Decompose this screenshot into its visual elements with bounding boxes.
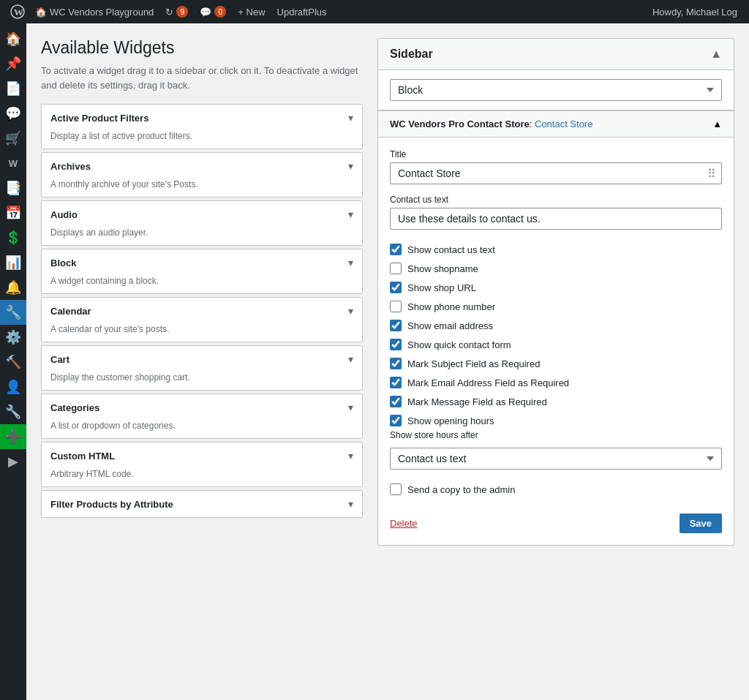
updates-icon: ↻ — [165, 7, 173, 18]
nav-plus[interactable]: ➕ — [0, 424, 26, 449]
nav-dashboard[interactable]: 🏠 — [0, 26, 26, 51]
widget-item-header[interactable]: Cart ▾ — [42, 346, 362, 372]
widget-item-header[interactable]: Calendar ▾ — [42, 298, 362, 324]
checkbox-list: Show contact us text Show shopname Show … — [390, 240, 722, 430]
checkbox-show-opening-hours[interactable] — [390, 415, 402, 426]
admin-bar-updates[interactable]: ↻ 9 — [159, 0, 194, 23]
send-copy-label[interactable]: Send a copy to the admin — [407, 484, 515, 495]
widget-item-header[interactable]: Active Product Filters ▾ — [42, 105, 362, 131]
widget-desc: A calendar of your site's posts. — [42, 324, 362, 342]
store-hours-select[interactable]: Contact us text Title Shop URL Phone num… — [390, 448, 722, 470]
widget-item-header[interactable]: Audio ▾ — [42, 201, 362, 227]
plugin-name: WC Vendors Pro Contact Store — [390, 118, 530, 129]
checkbox-show-contact-us-text[interactable] — [390, 244, 402, 255]
widget-title: Categories — [50, 402, 99, 413]
wp-logo[interactable]: W — [6, 0, 29, 23]
content-area: Available Widgets To activate a widget d… — [26, 23, 749, 700]
admin-bar-howdy: Howdy, Michael Log — [647, 7, 743, 18]
checkbox-label-show-phone-number[interactable]: Show phone number — [407, 301, 495, 312]
checkbox-label-show-shop-url[interactable]: Show shop URL — [407, 282, 476, 293]
admin-bar-new[interactable]: + New — [232, 0, 271, 23]
send-copy-checkbox[interactable] — [390, 483, 402, 495]
nav-wrench[interactable]: 🔨 — [0, 350, 26, 375]
widget-item-header[interactable]: Custom HTML ▾ — [42, 443, 362, 469]
checkbox-mark-email-required[interactable] — [390, 377, 402, 388]
checkbox-show-quick-contact-form[interactable] — [390, 339, 402, 350]
checkbox-show-phone-number[interactable] — [390, 301, 402, 312]
nav-play[interactable]: ▶ — [0, 449, 26, 474]
checkbox-show-shopname[interactable] — [390, 263, 402, 274]
contact-us-text-row: Contact us text — [390, 195, 722, 230]
checkbox-label-show-contact-us-text[interactable]: Show contact us text — [407, 244, 495, 255]
block-select[interactable]: Block — [390, 79, 722, 101]
chevron-down-icon: ▾ — [348, 112, 353, 124]
checkbox-show-shop-url[interactable] — [390, 282, 402, 293]
widget-item-header[interactable]: Block ▾ — [42, 249, 362, 276]
footer-row: Delete Save — [390, 505, 722, 533]
nav-pin[interactable]: 📌 — [0, 51, 26, 76]
contact-store-header[interactable]: WC Vendors Pro Contact Store: Contact St… — [378, 110, 734, 138]
chevron-down-icon: ▾ — [348, 305, 353, 317]
delete-link[interactable]: Delete — [390, 518, 418, 529]
nav-widgets[interactable]: 🔧 — [0, 300, 26, 325]
nav-settings[interactable]: 🔧 — [0, 399, 26, 424]
nav-user[interactable]: 👤 — [0, 375, 26, 399]
new-label: + New — [238, 7, 265, 18]
nav-bell[interactable]: 🔔 — [0, 275, 26, 300]
save-button[interactable]: Save — [680, 513, 722, 533]
checkbox-mark-subject-required[interactable] — [390, 358, 402, 369]
checkbox-label-show-shopname[interactable]: Show shopname — [407, 263, 478, 274]
widget-desc: Display the customer shopping cart. — [42, 372, 362, 390]
widget-title: Filter Products by Attribute — [50, 499, 173, 510]
widget-desc: Display a list of active product filters… — [42, 131, 362, 148]
updraftplus-label: UpdraftPlus — [277, 7, 327, 18]
checkbox-label-mark-email-required[interactable]: Mark Email Address Field as Required — [407, 377, 569, 388]
widgets-panel: Available Widgets To activate a widget d… — [41, 38, 363, 521]
widget-item-header[interactable]: Filter Products by Attribute ▾ — [42, 491, 362, 517]
widget-title: Archives — [50, 161, 91, 172]
widget-title: Active Product Filters — [50, 113, 148, 124]
sidebar-collapse-icon[interactable]: ▲ — [710, 48, 722, 61]
checkbox-label-show-opening-hours[interactable]: Show opening hours — [407, 415, 494, 426]
block-select-row: Block — [378, 70, 734, 110]
nav-chart[interactable]: 📊 — [0, 250, 26, 275]
nav-store[interactable]: 🛒 — [0, 126, 26, 151]
page-description: To activate a widget drag it to a sideba… — [41, 64, 363, 92]
admin-bar-comments[interactable]: 💬 0 — [194, 0, 232, 23]
contact-store-collapse-icon[interactable]: ▲ — [712, 118, 722, 129]
nav-comments[interactable]: 💬 — [0, 101, 26, 126]
checkbox-label-mark-message-required[interactable]: Mark Message Field as Required — [407, 396, 547, 407]
chevron-down-icon: ▾ — [348, 402, 353, 413]
sidebar-nav: 🏠 📌 📄 💬 🛒 W 📑 📅 💲 📊 🔔 🔧 ⚙️ 🔨 👤 🔧 ➕ ▶ — [0, 23, 26, 700]
nav-dollar[interactable]: 💲 — [0, 225, 26, 250]
widget-item: Audio ▾ Displays an audio player. — [41, 200, 363, 246]
checkbox-label-show-quick-contact-form[interactable]: Show quick contact form — [407, 339, 511, 350]
widget-item-header[interactable]: Categories ▾ — [42, 394, 362, 421]
contact-us-text-input[interactable] — [390, 208, 722, 230]
nav-tools[interactable]: ⚙️ — [0, 325, 26, 350]
checkbox-row-show-email-address: Show email address — [390, 316, 722, 335]
title-input[interactable] — [390, 162, 722, 184]
nav-woo[interactable]: W — [0, 151, 26, 176]
nav-calendar[interactable]: 📅 — [0, 200, 26, 225]
checkbox-row-show-quick-contact-form: Show quick contact form — [390, 335, 722, 354]
checkbox-row-show-phone-number: Show phone number — [390, 297, 722, 316]
checkbox-row-show-opening-hours: Show opening hours — [390, 411, 722, 430]
chevron-down-icon: ▾ — [348, 257, 353, 268]
nav-pages[interactable]: 📄 — [0, 76, 26, 101]
admin-bar-site[interactable]: 🏠 WC Vendors Playground — [29, 0, 159, 23]
home-icon: 🏠 — [35, 7, 47, 18]
checkbox-label-show-email-address[interactable]: Show email address — [407, 320, 493, 331]
sidebar-title: Sidebar — [390, 48, 433, 61]
checkbox-mark-message-required[interactable] — [390, 396, 402, 407]
title-input-wrapper: ⠿ — [390, 162, 722, 184]
checkbox-label-mark-subject-required[interactable]: Mark Subject Field as Required — [407, 358, 540, 369]
checkbox-show-email-address[interactable] — [390, 320, 402, 331]
title-label: Title — [390, 149, 722, 159]
widget-item-header[interactable]: Archives ▾ — [42, 153, 362, 179]
comments-count: 0 — [214, 6, 226, 18]
nav-pages2[interactable]: 📑 — [0, 176, 26, 200]
checkbox-row-mark-subject-required: Mark Subject Field as Required — [390, 354, 722, 373]
widget-desc: Arbitrary HTML code. — [42, 469, 362, 486]
admin-bar-updraftplus[interactable]: UpdraftPlus — [271, 0, 333, 23]
